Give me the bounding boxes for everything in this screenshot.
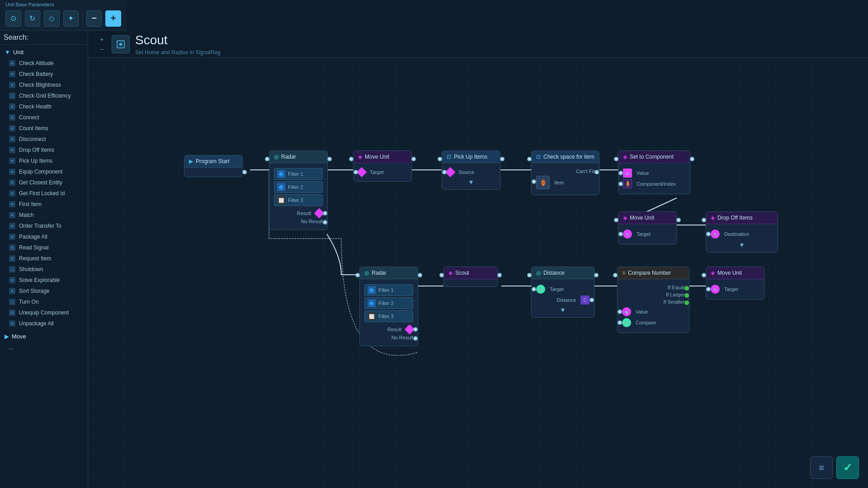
sidebar-item-check-blightness[interactable]: ≡ Check Blightness (0, 80, 88, 90)
destination-port (706, 232, 711, 236)
sidebar-item-check-grid-efficiency[interactable]: ◌ Check Grid Efficiency (0, 90, 88, 101)
sidebar-item-bottom[interactable]: ... (0, 342, 88, 353)
plus-button[interactable]: + (105, 10, 121, 27)
r2-filter1-icon: 🔷 (368, 286, 376, 294)
node-compare-number[interactable]: ≡ Compare Number If Equal If Larger If S… (617, 267, 689, 333)
sidebar-item-turn-on[interactable]: ◌ Turn On (0, 296, 88, 307)
set-output-port (690, 157, 694, 161)
radar2-body: 🔷 Filter 1 🔷 Filter 2 ⬜ Filter 3 Result … (360, 279, 418, 346)
target-input-port (354, 170, 358, 174)
sidebar-item-shutdown[interactable]: ◌ Shutdown (0, 264, 88, 275)
node-scout[interactable]: ◈ Scout (443, 267, 498, 287)
radar1-filter3[interactable]: ⬜ Filter 3 (274, 194, 323, 206)
toolbar-btn-1[interactable]: ⊙ (5, 10, 21, 27)
node-radar1[interactable]: ◎ Radar 🔷 Filter 1 🔷 Filter 2 ⬜ Filter 3… (269, 150, 328, 230)
source-row: Source (447, 169, 495, 176)
radar1-filter2[interactable]: 🔷 Filter 2 (274, 181, 323, 193)
check-battery-icon: ≡ (9, 71, 15, 77)
list-icon: ≡ (819, 463, 824, 473)
move-unit3-icon: ◈ (711, 270, 715, 276)
pick-up-header: ⊡ Pick Up Items (442, 151, 500, 163)
sidebar-item-drop-off-items[interactable]: ≡ Drop Off Items (0, 145, 88, 155)
move-unit1-target-row: Target (358, 169, 407, 176)
sidebar-item-unequip-component[interactable]: ⊙ Unequip Component (0, 307, 88, 318)
program-start-header: ▶ Program Start (184, 155, 242, 168)
sidebar-group-move[interactable]: ▶ Move (0, 331, 88, 342)
component-index-row: 🧍 Component/Index (623, 179, 685, 188)
node-distance[interactable]: ◎ Distance ⊕ Target Distance C ▼ (531, 267, 594, 318)
compare-header: ≡ Compare Number (618, 267, 689, 279)
distance-output-port (594, 273, 599, 277)
sidebar-item-solve-explorable[interactable]: ≡ Solve Explorable (0, 275, 88, 286)
sidebar-item-get-closest-entity[interactable]: ≡ Get Closest Entity (0, 177, 88, 188)
header-text: Scout Set Home and Radius in SignalReg (135, 33, 221, 56)
sort-storage-icon: ≡ (9, 288, 15, 294)
radar2-filter3[interactable]: ⬜ Filter 3 (364, 310, 413, 322)
sidebar-group-unit[interactable]: ▼ Unit (0, 47, 88, 58)
zoom-in-button[interactable]: + (97, 35, 106, 44)
check-health-icon: ≡ (9, 103, 15, 110)
toolbar-btn-3[interactable]: ◇ (44, 10, 60, 27)
sidebar-item-check-altitude[interactable]: ≡ Check Altitude (0, 58, 88, 69)
pick-up-label: Pick Up Items (454, 154, 487, 160)
node-move-unit1[interactable]: ◈ Move Unit Target (353, 150, 412, 182)
node-radar2[interactable]: ◎ Radar 🔷 Filter 1 🔷 Filter 2 ⬜ Filter 3… (359, 267, 418, 346)
sidebar-item-get-first-locked-id[interactable]: ≡ Get First Locked Id (0, 188, 88, 199)
move2-input-port (614, 218, 618, 222)
toolbar-btn-4[interactable]: ✦ (63, 10, 79, 27)
node-program-start[interactable]: ▶ Program Start (184, 155, 243, 177)
sidebar-item-unpackage-all[interactable]: ≡ Unpackage All (0, 318, 88, 329)
toolbar: Unit Base Parameters ⊙ ↻ ◇ ✦ − + (0, 0, 127, 31)
package-all-icon: ≡ (9, 234, 15, 240)
radar2-filter2[interactable]: 🔷 Filter 2 (364, 297, 413, 309)
cant-fit-label: Can't Fit (576, 169, 594, 174)
item-input-port (532, 179, 536, 184)
sidebar-item-disconnect[interactable]: ≡ Disconnect (0, 134, 88, 145)
equip-icon: ≡ (9, 169, 15, 175)
radar2-filter1[interactable]: 🔷 Filter 1 (364, 284, 413, 296)
drop-off-arrow: ▼ (711, 241, 773, 249)
sidebar-item-order-transfer-to[interactable]: ≡ Order Transfer To (0, 221, 88, 231)
sidebar-item-sort-storage[interactable]: ≡ Sort Storage (0, 286, 88, 296)
zoom-out-button[interactable]: − (97, 45, 106, 54)
value-port (618, 171, 623, 175)
radar1-result-output (323, 211, 327, 216)
move-unit2-header: ◈ Move Unit (618, 212, 676, 224)
value2-label: Value (636, 309, 648, 314)
dropoff-input-port (702, 218, 706, 222)
sidebar-item-check-battery[interactable]: ≡ Check Battery (0, 69, 88, 80)
header-title: Scout (135, 33, 221, 47)
sidebar-item-count-items[interactable]: ≡ Count Items (0, 123, 88, 134)
node-check-space[interactable]: ⊡ Check space for item Can't Fit 🏺 Item (531, 150, 599, 195)
sidebar-item-equip-component[interactable]: ≡ Equip Component (0, 166, 88, 177)
check-altitude-icon: ≡ (9, 60, 15, 66)
sidebar-item-package-all[interactable]: ≡ Package All (0, 231, 88, 242)
node-pick-up-items[interactable]: ⊡ Pick Up Items Source ▼ (442, 150, 500, 190)
sidebar-item-match[interactable]: ≡ Match (0, 210, 88, 221)
sidebar-item-pick-up-items[interactable]: ≡ Pick Up Items (0, 155, 88, 166)
radar1-filter1[interactable]: 🔷 Filter 1 (274, 168, 323, 180)
scout-input-port (439, 273, 444, 277)
confirm-button[interactable]: ✓ (836, 456, 859, 479)
move3-target-icon: ⊕ (711, 285, 720, 294)
get-closest-icon: ≡ (9, 179, 15, 186)
radar1-input-port (265, 157, 269, 161)
value-row: ◈ Value (623, 169, 685, 178)
search-input[interactable] (31, 34, 88, 41)
sidebar-item-check-health[interactable]: ≡ Check Health (0, 101, 88, 112)
match-icon: ≡ (9, 212, 15, 218)
canvas[interactable]: ▶ Program Start ◎ Radar 🔷 Filter 1 🔷 Fil… (88, 58, 868, 488)
sidebar-item-request-item[interactable]: ≡ Request Item (0, 253, 88, 264)
sidebar-item-first-item[interactable]: ≡ First Item (0, 199, 88, 210)
sidebar-item-connect[interactable]: ≡ Connect (0, 112, 88, 123)
sidebar-item-read-signal[interactable]: ≡ Read Signal (0, 242, 88, 253)
list-button[interactable]: ≡ (810, 456, 833, 479)
minus-button[interactable]: − (86, 10, 102, 27)
node-move-unit3[interactable]: ◈ Move Unit ⊕ Target (706, 267, 764, 300)
node-set-to-component[interactable]: ◈ Set to Component ◈ Value 🧍 Component/I… (618, 150, 690, 194)
node-move-unit2[interactable]: ◈ Move Unit ⊕ Target (618, 211, 677, 244)
toolbar-btn-2[interactable]: ↻ (25, 10, 41, 27)
cant-fit-port (594, 170, 599, 174)
compare2-port (618, 320, 622, 325)
node-drop-off-items[interactable]: ◈ Drop Off Items ⊕ Destination ▼ (706, 211, 778, 253)
